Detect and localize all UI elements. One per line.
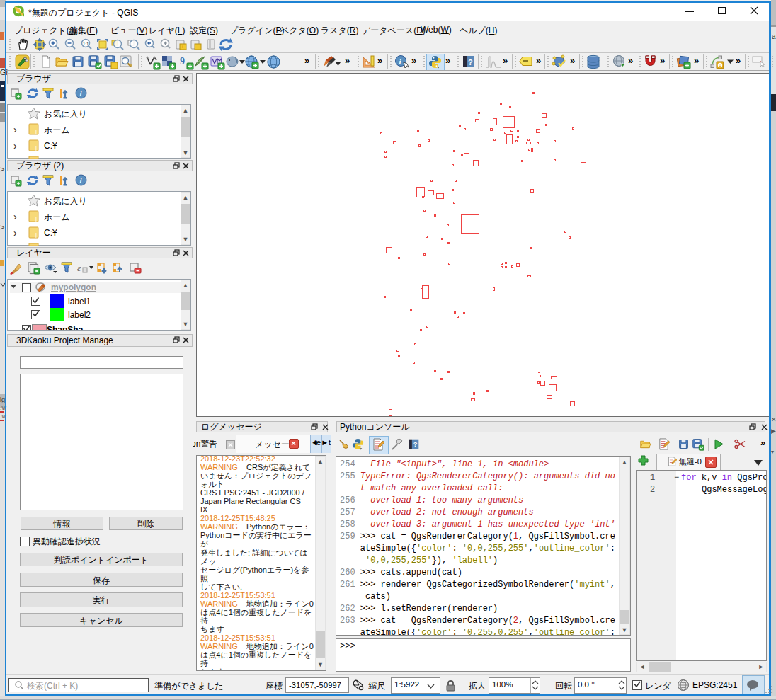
svg-text:9: 9 [180,56,185,67]
svg-text:ε: ε [77,263,81,273]
svg-text:1:1: 1:1 [83,42,89,46]
svg-text:?: ? [468,58,473,67]
svg-text:+: + [181,45,184,50]
svg-text:?: ? [413,441,418,448]
